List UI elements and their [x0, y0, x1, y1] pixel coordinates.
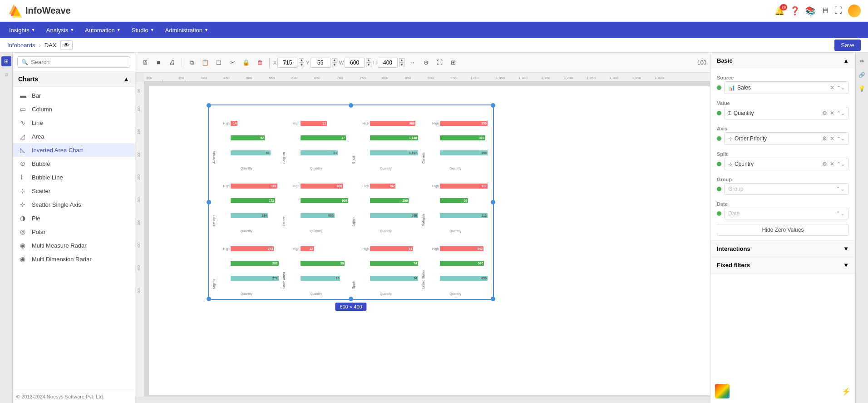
save-button[interactable]: Save — [834, 40, 861, 51]
tb-monitor-icon[interactable]: 🖥 — [139, 57, 151, 69]
source-remove-btn[interactable]: ✕ — [829, 84, 835, 91]
chart-item-polar[interactable]: ◎ Polar — [13, 225, 135, 239]
chart-widget[interactable]: Australia High 14 52 — [208, 104, 494, 300]
tb-w-up[interactable]: ▲ — [366, 58, 371, 63]
bar-row: 278 — [222, 276, 279, 281]
rp-value-box[interactable]: Σ Quantity ⚙ ✕ ⌃⌄ — [724, 107, 849, 119]
tb-paste-icon[interactable]: 📋 — [199, 57, 211, 69]
handle-tc[interactable] — [349, 103, 353, 108]
expand-icon[interactable]: ⛶ — [834, 6, 843, 15]
nav-insights[interactable]: Insights ▼ — [4, 24, 41, 36]
chart-item-bar[interactable]: ▬ Bar — [13, 89, 135, 102]
visibility-toggle[interactable]: 👁 — [60, 40, 73, 50]
xlabel-nigeria: Quantity — [212, 292, 281, 295]
bookmarks-icon[interactable]: 📚 — [805, 6, 815, 16]
handle-bl[interactable] — [207, 297, 211, 301]
user-avatar[interactable] — [848, 5, 861, 17]
rp-group-input[interactable]: Group ⌃⌄ — [724, 183, 849, 195]
value-settings-btn[interactable]: ⚙ — [822, 109, 828, 117]
bar-fill: 969 — [301, 198, 349, 203]
chart-item-pie[interactable]: ◑ Pie — [13, 211, 135, 225]
rp-split-box[interactable]: ⊹ Country ⚙ ✕ ⌃⌄ — [724, 158, 849, 170]
tb-x-input[interactable] — [277, 58, 297, 68]
rp-date-input[interactable]: Date ⌃⌄ — [724, 208, 849, 219]
chart-item-multi-measure-radar[interactable]: ◉ Multi Measure Radar — [13, 239, 135, 252]
hide-zero-values-btn[interactable]: Hide Zero Values — [717, 224, 849, 236]
notification-bell[interactable]: 🔔 79 — [774, 6, 784, 16]
search-input-wrap[interactable]: 🔍 — [17, 56, 130, 68]
breadcrumb-parent[interactable]: Infoboards — [7, 42, 35, 49]
rp-axis-inner: ⊹ Order Priority — [728, 135, 767, 142]
tb-stop-icon[interactable]: ■ — [153, 57, 164, 69]
tb-duplicate-icon[interactable]: ❏ — [213, 57, 225, 69]
chart-item-bubble[interactable]: ⊙ Bubble — [13, 157, 135, 170]
rp-basic-header[interactable]: Basic ▲ — [710, 53, 855, 69]
handle-tr[interactable] — [491, 103, 495, 108]
chart-item-bubble-line[interactable]: ⌇ Bubble Line — [13, 170, 135, 184]
svg-text:200: 200 — [137, 152, 140, 157]
help-icon[interactable]: ❓ — [790, 6, 800, 16]
rail-edit-icon[interactable]: ✏ — [857, 56, 867, 66]
nav-automation[interactable]: Automation ▼ — [79, 24, 126, 36]
rp-source-field-row: 📊 Sales ✕ ⌃⌄ — [717, 81, 849, 94]
rail-settings-icon[interactable]: 💡 — [857, 84, 867, 94]
tb-link-icon[interactable]: ↔ — [406, 57, 418, 69]
tb-print-icon[interactable]: 🖨 — [166, 57, 178, 69]
tb-center-icon[interactable]: ⊕ — [420, 57, 432, 69]
tb-y-input[interactable] — [311, 58, 330, 68]
rail-link-icon[interactable]: 🔗 — [857, 70, 867, 80]
bar-row: High 356 — [431, 121, 488, 126]
value-remove-btn[interactable]: ✕ — [829, 109, 835, 117]
tb-h-down[interactable]: ▼ — [399, 63, 404, 67]
tb-y-up[interactable]: ▲ — [332, 58, 337, 63]
tb-h-up[interactable]: ▲ — [399, 58, 404, 63]
app-logo[interactable]: InfoWeave — [7, 3, 71, 19]
tb-cut-icon[interactable]: ✂ — [227, 57, 238, 69]
chart-item-scatter[interactable]: ⊹ Scatter — [13, 184, 135, 198]
split-remove-btn[interactable]: ✕ — [829, 160, 835, 168]
mini-chart-malaysia: Malaysia High 111 66 — [422, 172, 490, 233]
tb-h-input[interactable] — [378, 58, 398, 68]
canvas-content[interactable]: Australia High 14 52 — [144, 82, 710, 397]
country-label-australia: Australia — [212, 114, 216, 164]
tb-grid-icon[interactable]: ⊞ — [447, 57, 459, 69]
chart-item-line[interactable]: ∿ Line — [13, 116, 135, 129]
handle-br[interactable] — [491, 297, 495, 301]
canvas-area[interactable]: 300 350 400 450 500 550 600 650 700 750 … — [135, 73, 710, 403]
tb-fullscreen-icon[interactable]: ⛶ — [434, 57, 445, 69]
handle-mr[interactable] — [491, 200, 495, 204]
charts-section-header[interactable]: Charts ▲ — [13, 72, 135, 87]
rp-source-box[interactable]: 📊 Sales ✕ ⌃⌄ — [724, 81, 849, 94]
rp-fixed-filters-header[interactable]: Fixed filters ▼ — [710, 257, 855, 273]
handle-bc[interactable] — [349, 297, 353, 301]
chart-item-area[interactable]: ◿ Area — [13, 129, 135, 143]
alert-icon[interactable]: ⚡ — [842, 387, 851, 396]
handle-ml[interactable] — [207, 200, 211, 204]
split-settings-btn[interactable]: ⚙ — [822, 160, 828, 168]
chart-item-inverted-area[interactable]: ◺ Inverted Area Chart — [13, 143, 135, 157]
nav-analysis[interactable]: Analysis ▼ — [41, 24, 79, 36]
axis-settings-btn[interactable]: ⚙ — [822, 135, 828, 142]
tb-w-input[interactable] — [345, 58, 365, 68]
bars-nigeria: High 243 282 — [212, 234, 281, 292]
rp-axis-box[interactable]: ⊹ Order Priority ⚙ ✕ ⌃⌄ — [724, 132, 849, 145]
tb-lock-icon[interactable]: 🔒 — [240, 57, 252, 69]
tb-delete-icon[interactable]: 🗑 — [254, 57, 266, 69]
axis-remove-btn[interactable]: ✕ — [829, 135, 835, 142]
tb-x-up[interactable]: ▲ — [299, 58, 304, 63]
nav-studio[interactable]: Studio ▼ — [126, 24, 160, 36]
chart-item-multi-dimension-radar[interactable]: ◉ Multi Dimension Radar — [13, 252, 135, 266]
rail-layers-icon[interactable]: ≡ — [1, 70, 11, 80]
tb-y-down[interactable]: ▼ — [332, 63, 337, 67]
chart-item-column[interactable]: ▭ Column — [13, 102, 135, 116]
tb-w-down[interactable]: ▼ — [366, 63, 371, 67]
handle-tl[interactable] — [207, 103, 211, 108]
chart-item-scatter-single[interactable]: ⊹ Scatter Single Axis — [13, 198, 135, 211]
rail-components-icon[interactable]: ⊞ — [1, 56, 11, 66]
rp-interactions-header[interactable]: Interactions ▼ — [710, 241, 855, 257]
nav-administration[interactable]: Administration ▼ — [160, 24, 214, 36]
tb-copy-icon[interactable]: ⧉ — [186, 57, 197, 69]
search-input[interactable] — [31, 59, 126, 65]
tb-x-down[interactable]: ▼ — [299, 63, 304, 67]
screens-icon[interactable]: 🖥 — [821, 6, 829, 15]
